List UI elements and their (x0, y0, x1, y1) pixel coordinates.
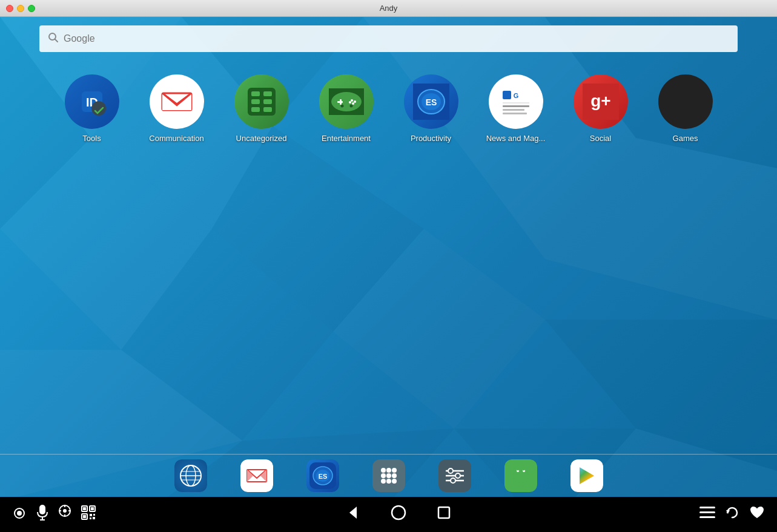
svg-rect-83 (512, 473, 515, 479)
dock-item-app-drawer[interactable] (372, 459, 405, 492)
location-icon[interactable] (58, 505, 71, 524)
svg-rect-106 (91, 507, 94, 510)
news-label: News and Mag... (486, 134, 546, 143)
svg-point-73 (386, 479, 391, 484)
svg-rect-52 (503, 113, 527, 114)
svg-point-67 (386, 468, 391, 473)
nav-bar (0, 497, 777, 532)
svg-rect-31 (263, 107, 272, 112)
entertainment-label: Entertainment (322, 134, 371, 143)
play-store-icon (570, 459, 603, 492)
dock-item-es[interactable]: ES (306, 459, 339, 492)
svg-rect-28 (251, 99, 260, 104)
svg-text:g+: g+ (590, 91, 610, 110)
maximize-button[interactable] (28, 5, 35, 12)
home-button[interactable] (391, 505, 406, 524)
svg-rect-108 (83, 515, 86, 518)
mac-titlebar: Andy (0, 0, 777, 17)
android-icon (504, 459, 537, 492)
games-icon-circle[interactable] (658, 74, 713, 129)
settings-icon (438, 459, 471, 492)
social-icon-circle[interactable]: g+ (574, 74, 628, 129)
svg-rect-84 (527, 473, 529, 479)
communication-label: Communication (149, 134, 203, 143)
svg-point-74 (392, 479, 397, 484)
svg-rect-117 (699, 511, 715, 513)
uncategorized-label: Uncategorized (236, 134, 287, 143)
productivity-label: Productivity (411, 134, 451, 143)
dock-item-android[interactable] (504, 459, 537, 492)
svg-point-78 (455, 473, 460, 478)
tools-icon-circle[interactable]: ID (65, 74, 119, 129)
window-title: Andy (380, 4, 398, 13)
svg-point-114 (392, 506, 405, 519)
svg-point-76 (448, 468, 453, 473)
dock-item-settings[interactable] (438, 459, 471, 492)
search-input[interactable] (64, 33, 729, 44)
dock-item-gmail[interactable] (240, 459, 273, 492)
svg-marker-113 (349, 507, 357, 519)
qr-icon[interactable] (81, 505, 96, 524)
svg-rect-86 (522, 482, 524, 487)
svg-rect-35 (337, 101, 343, 103)
search-bar[interactable] (39, 25, 738, 52)
app-item-communication[interactable]: Communication (147, 74, 207, 143)
browser-icon (174, 459, 207, 492)
heart-icon[interactable] (749, 505, 765, 524)
window-controls[interactable] (6, 5, 35, 12)
back-button[interactable] (345, 505, 360, 524)
productivity-icon-circle[interactable]: ES (404, 74, 458, 129)
camera-icon[interactable] (12, 506, 27, 523)
communication-icon-circle[interactable] (150, 74, 204, 129)
svg-line-19 (55, 39, 58, 42)
dock-item-play-store[interactable] (570, 459, 603, 492)
svg-rect-30 (251, 107, 260, 112)
svg-text:ES: ES (425, 97, 437, 107)
svg-marker-91 (580, 467, 594, 484)
minimize-button[interactable] (17, 5, 24, 12)
gmail-icon (150, 74, 204, 129)
social-label: Social (590, 134, 611, 143)
svg-point-40 (340, 105, 343, 108)
svg-point-72 (381, 479, 386, 484)
rotate-icon[interactable] (725, 505, 739, 524)
es-dock-icon: ES (306, 459, 339, 492)
app-drawer-icon (372, 459, 405, 492)
app-item-entertainment[interactable]: Entertainment (316, 74, 377, 143)
svg-rect-27 (263, 91, 272, 96)
recent-apps-button[interactable] (437, 505, 451, 524)
svg-rect-104 (83, 507, 86, 510)
svg-point-71 (392, 473, 397, 478)
svg-rect-51 (503, 109, 524, 111)
app-item-news[interactable]: G News and Mag... (486, 74, 546, 143)
uncategorized-icon-circle[interactable] (234, 74, 289, 129)
nav-left (12, 505, 96, 524)
svg-rect-47 (503, 91, 511, 99)
microphone-icon[interactable] (36, 505, 48, 524)
svg-rect-29 (263, 99, 272, 104)
svg-point-93 (17, 511, 22, 516)
gamepad-icon (319, 74, 374, 129)
svg-point-36 (351, 99, 353, 102)
svg-rect-118 (699, 516, 715, 518)
dock-item-browser[interactable] (174, 459, 207, 492)
app-item-games[interactable]: Games (655, 74, 716, 143)
svg-point-41 (349, 105, 352, 108)
news-icon-circle[interactable]: G (489, 74, 543, 129)
app-item-productivity[interactable]: ES Productivity (401, 74, 461, 143)
svg-text:G: G (513, 92, 518, 99)
entertainment-icon-circle[interactable] (319, 74, 374, 129)
dock: ES (0, 455, 777, 497)
svg-rect-82 (515, 472, 527, 482)
app-item-tools[interactable]: ID Tools (62, 74, 122, 143)
games-icon (658, 74, 713, 129)
app-item-uncategorized[interactable]: Uncategorized (231, 74, 292, 143)
svg-rect-109 (90, 514, 92, 516)
svg-rect-112 (93, 517, 95, 519)
menu-icon[interactable] (699, 507, 715, 522)
app-item-social[interactable]: g+ Social (570, 74, 631, 143)
svg-rect-111 (90, 517, 91, 519)
close-button[interactable] (6, 5, 13, 12)
search-icon (48, 32, 59, 45)
svg-point-22 (91, 101, 106, 116)
